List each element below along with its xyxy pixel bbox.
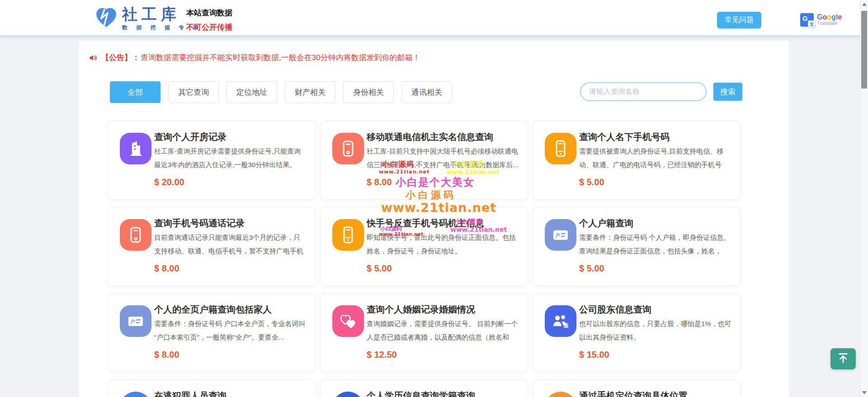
faq-button[interactable]: 常见问题 [717, 12, 761, 28]
filter-tab-6[interactable]: 通讯相关 [401, 81, 452, 103]
building-icon [120, 133, 151, 164]
id-card-icon: 户 [545, 219, 576, 251]
card-price: $ 20.00 [154, 177, 184, 187]
card-title: 移动联通电信机主实名信息查询 [367, 131, 520, 143]
card-price: $ 12.50 [367, 350, 397, 360]
service-card[interactable]: 移动联通电信机主实名信息查询 社工库-目前只支持中国大陆手机号必须移动联通电信三… [320, 121, 528, 200]
card-description: 也可以出股东的信息，只要占股，哪怕是1%，也可以出其身份证资料。 [579, 317, 732, 344]
scrollbar-down-arrow-icon[interactable] [862, 391, 867, 394]
phone-outline-icon [120, 219, 151, 251]
svg-text:户: 户 [555, 233, 560, 238]
card-description: 即知道快手号，查出此号的身份证正面信息。包括姓名，身份证号，身份证地址。 [367, 231, 519, 258]
smartphone-icon [545, 133, 576, 164]
card-price: $ 5.00 [579, 177, 604, 187]
card-title: 查询个人开房记录 [154, 131, 308, 143]
service-card[interactable]: 户 个人的全页户籍查询包括家人 需要条件：身份证号码 户口本全户页，专业名词叫“… [108, 293, 316, 372]
card-description: 目前查询通话记录只能查询最近3个月的记录，只支持移动、联通、电信手机号，暂不支持… [154, 231, 307, 258]
card-title: 公司股东信息查询 [579, 304, 733, 316]
service-card[interactable]: 查询个人婚姻记录婚姻情况 查询婚姻记录，需要提供身份证号。 目前判断一个人是否已… [320, 293, 528, 372]
card-title: 查询个人婚姻记录婚姻情况 [367, 304, 520, 316]
google-translate-translate-text: Translate [817, 20, 842, 26]
hearts-icon [332, 305, 364, 337]
announcement-label: 【公告】： [101, 52, 140, 63]
card-title: 快手号反查手机号码机主信息 [367, 217, 520, 229]
service-card[interactable]: 个人学历信息查询学籍查询 [320, 379, 528, 397]
svg-text:股: 股 [563, 323, 569, 328]
card-title: 查询个人名下手机号码 [579, 131, 733, 143]
filter-tab-4[interactable]: 财产相关 [285, 81, 335, 103]
card-title: 个人学历信息查询学籍查询 [367, 390, 520, 397]
speaker-icon [89, 53, 98, 62]
service-card[interactable]: 股 公司股东信息查询 也可以出股东的信息，只要占股，哪怕是1%，也可以出其身份证… [533, 293, 741, 372]
location-pin-icon [545, 392, 576, 397]
service-card[interactable]: 查询个人开房记录 社工库-查询开房记录需要提供身份证号,只能查询最近3年内的酒店… [108, 121, 316, 200]
person-icon [120, 392, 151, 397]
site-slogan: 本站查询数据 不可公开传播 [186, 8, 232, 33]
filter-tabs: 全部其它查询定位地址财产相关身份相关通讯相关 [110, 81, 460, 103]
svg-text:户: 户 [130, 319, 135, 324]
announcement-bar: 【公告】： 查询数据需要挖掘并不能实时获取到数据,一般会在30分钟内将数据发到你… [89, 52, 420, 63]
card-description: 需要条件：身份证号码 个人户籍，即身份证信息。查询结果是身份证正面信息，包括头像… [579, 231, 732, 258]
scrollbar-thumb[interactable] [861, 11, 867, 89]
google-translate-icon: G 文 [800, 13, 814, 27]
service-card[interactable]: 通过手机定位查询具体位置 [533, 379, 741, 397]
card-description: 查询婚姻记录，需要提供身份证号。 目前判断一个人是否已婚或者离婚，以及配偶的信息… [367, 317, 519, 344]
service-card[interactable]: 查询手机号码通话记录 目前查询通话记录只能查询最近3个月的记录，只支持移动、联通… [108, 207, 316, 286]
service-card-grid: 查询个人开房记录 社工库-查询开房记录需要提供身份证号,只能查询最近3年内的酒店… [108, 121, 741, 397]
card-price: $ 8.00 [154, 350, 179, 360]
arrow-up-to-top-icon [837, 352, 849, 366]
slogan-line2: 不可公开传播 [186, 22, 232, 33]
back-to-top-button[interactable] [830, 348, 856, 369]
shareholders-icon: 股 [545, 305, 576, 337]
service-card[interactable]: 查询个人名下手机号码 需要提供被查询人的身份证号,目前支持电信、移动、联通、广电… [533, 121, 741, 200]
card-description: 需要提供被查询人的身份证号,目前支持电信、移动、联通、广电的电话号码，已经注销的… [579, 145, 732, 172]
filter-tab-1[interactable]: 全部 [110, 81, 160, 103]
scrollbar[interactable] [860, 0, 868, 397]
card-description: 需要条件：身份证号码 户口本全户页，专业名词叫“户口本索引页”，一般简称“全户”… [154, 317, 307, 344]
scrollbar-up-arrow-icon[interactable] [862, 3, 867, 6]
service-card[interactable]: 快手号反查手机号码机主信息 即知道快手号，查出此号的身份证正面信息。包括姓名，身… [320, 207, 528, 286]
google-translate-google-text: Google [817, 14, 842, 20]
search-input[interactable] [580, 82, 707, 101]
search-button[interactable]: 搜索 [713, 83, 742, 101]
card-price: $ 8.00 [154, 263, 179, 274]
brand-logo[interactable]: 社工库 数 据 挖 掘 专 家 [94, 5, 202, 32]
filter-tab-3[interactable]: 定位地址 [226, 81, 277, 103]
card-price: $ 15.00 [579, 350, 609, 360]
smartphone-icon [332, 219, 364, 251]
card-description: 社工库-查询开房记录需要提供身份证号,只能查询最近3年内的酒店入住记录,一般30… [154, 145, 307, 172]
card-price: $ 8.00 [367, 177, 392, 187]
card-price: $ 5.00 [367, 263, 392, 274]
card-price: $ 5.00 [579, 263, 604, 274]
filter-tab-5[interactable]: 身份相关 [343, 81, 394, 103]
service-card[interactable]: 在逃犯罪人员查询 [108, 379, 316, 397]
service-card[interactable]: 户 个人户籍查询 需要条件：身份证号码 个人户籍，即身份证信息。查询结果是身份证… [533, 207, 741, 286]
card-title: 个人户籍查询 [579, 217, 733, 229]
card-title: 通过手机定位查询具体位置 [579, 390, 733, 397]
card-title: 个人的全页户籍查询包括家人 [154, 304, 308, 316]
announcement-text: 查询数据需要挖掘并不能实时获取到数据,一般会在30分钟内将数据发到你的邮箱！ [141, 52, 420, 63]
google-translate-widget[interactable]: G 文 Google Translate [800, 13, 842, 27]
filter-tab-2[interactable]: 其它查询 [168, 81, 219, 103]
header: 社工库 数 据 挖 掘 专 家 本站查询数据 不可公开传播 常见问题 G 文 G… [0, 0, 868, 35]
phone-outline-icon [332, 133, 364, 164]
slogan-line1: 本站查询数据 [186, 8, 232, 18]
card-title: 在逃犯罪人员查询 [154, 390, 308, 397]
card-description: 社工库-目前只支持中国大陆手机号必须移动联通电信三网的手机号,不支持广电手机号,… [367, 145, 519, 172]
card-title: 查询手机号码通话记录 [154, 217, 308, 229]
id-card-icon: 户 [120, 305, 151, 337]
main-panel: 【公告】： 查询数据需要挖掘并不能实时获取到数据,一般会在30分钟内将数据发到你… [79, 41, 789, 397]
graduation-icon [332, 392, 364, 397]
heart-logo-icon [94, 5, 118, 32]
